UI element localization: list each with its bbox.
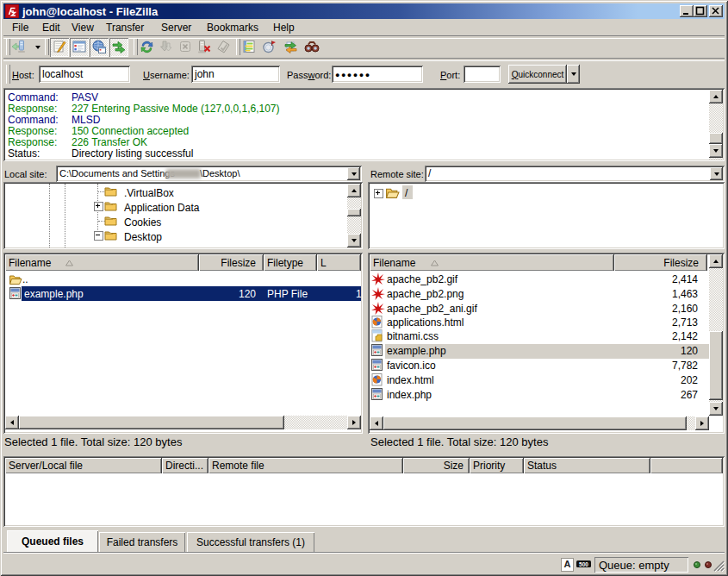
svg-text:500: 500 (579, 561, 588, 567)
